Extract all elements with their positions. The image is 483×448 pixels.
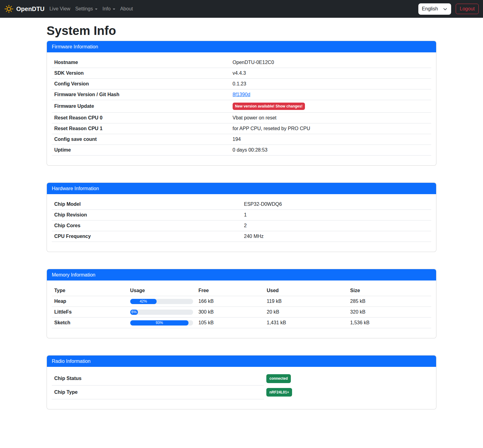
row-value: 105 kB — [196, 318, 264, 328]
progress-bar-fill: 42% — [130, 299, 157, 304]
usage-cell: 42% — [128, 296, 196, 307]
nav-item-label: Live View — [49, 6, 70, 12]
row-label: Firmware Update — [52, 100, 230, 113]
row-value: ESP32-D0WDQ6 — [242, 199, 431, 210]
row-value: 166 kB — [196, 296, 264, 307]
row-label: LittleFs — [52, 307, 128, 318]
firmware-update-badge[interactable]: New version available! Show changes! — [233, 103, 305, 110]
row-value: 1,536 kB — [348, 318, 431, 328]
row-value: 300 kB — [196, 307, 264, 318]
table-row: Firmware Update New version available! S… — [52, 100, 431, 113]
table-row: Chip Cores 2 — [52, 220, 431, 231]
table-row: Chip Model ESP32-D0WDQ6 — [52, 199, 431, 210]
nav-item-settings[interactable]: Settings — [73, 4, 100, 14]
chevron-down-icon — [443, 7, 447, 11]
main-content: System Info Firmware Information Hostnam… — [43, 24, 440, 409]
language-select[interactable]: English — [418, 3, 451, 15]
row-value: 1 — [242, 210, 431, 220]
hardware-table: Chip Model ESP32-D0WDQ6 Chip Revision 1 … — [52, 199, 431, 242]
page-title: System Info — [47, 24, 436, 38]
row-value: 1,431 kB — [264, 318, 348, 328]
row-value: 320 kB — [348, 307, 431, 318]
row-label: Firmware Version / Git Hash — [52, 89, 230, 100]
nav-item-info[interactable]: Info — [100, 4, 118, 14]
table-row: Reset Reason CPU 1 for APP CPU, reseted … — [52, 123, 431, 134]
row-value: nRF24L01+ — [264, 386, 295, 399]
table-row: Config Version 0.1.23 — [52, 79, 431, 89]
row-value: 0.1.23 — [230, 79, 431, 89]
usage-cell: 93% — [128, 318, 196, 328]
table-row: Firmware Version / Git Hash 8f1390d — [52, 89, 431, 100]
row-label: Reset Reason CPU 0 — [52, 113, 230, 123]
row-label: Chip Revision — [52, 210, 242, 220]
table-header-row: Type Usage Free Used Size — [52, 285, 431, 296]
littlefs-usage-progress: 6% — [130, 310, 193, 315]
navbar: OpenDTU Live View Settings Info About En… — [0, 0, 483, 18]
chip-status-badge: connected — [266, 374, 291, 383]
sun-logo-icon — [4, 4, 13, 13]
brand-link[interactable]: OpenDTU — [4, 4, 44, 13]
nav-item-label: Settings — [75, 6, 93, 12]
row-value: 285 kB — [348, 296, 431, 307]
radio-card: Radio Information Chip Status connected … — [47, 355, 436, 409]
logout-button[interactable]: Logout — [456, 4, 479, 14]
memory-table: Type Usage Free Used Size Heap 42% — [52, 285, 431, 328]
chip-type-badge: nRF24L01+ — [266, 388, 292, 397]
table-row: Chip Type nRF24L01+ — [52, 386, 295, 399]
row-label: Heap — [52, 296, 128, 307]
row-value: 119 kB — [264, 296, 348, 307]
table-row: Chip Revision 1 — [52, 210, 431, 220]
table-row: Reset Reason CPU 0 Vbat power on reset — [52, 113, 431, 123]
nav-links: Live View Settings Info About — [47, 4, 135, 14]
memory-card: Memory Information Type Usage Free Used … — [47, 269, 436, 338]
row-label: SDK Version — [52, 68, 230, 79]
row-label: Config save count — [52, 134, 230, 145]
row-label: Chip Model — [52, 199, 242, 210]
firmware-card: Firmware Information Hostname OpenDTU-0E… — [47, 41, 436, 166]
row-label: Reset Reason CPU 1 — [52, 123, 230, 134]
row-label: Chip Status — [52, 372, 264, 385]
chevron-down-icon — [95, 9, 97, 10]
row-value: Vbat power on reset — [230, 113, 431, 123]
sketch-usage-progress: 93% — [130, 320, 193, 326]
row-value: 20 kB — [264, 307, 348, 318]
table-row: Sketch 93% 105 kB 1,431 kB 1,536 kB — [52, 318, 431, 328]
row-value: connected — [264, 372, 295, 385]
row-value: 240 MHz — [242, 231, 431, 242]
table-row: CPU Frequency 240 MHz — [52, 231, 431, 242]
navbar-right: English Logout — [418, 3, 479, 15]
git-hash-link[interactable]: 8f1390d — [233, 92, 250, 97]
table-row: Uptime 0 days 00:28:53 — [52, 145, 431, 156]
radio-card-header: Radio Information — [47, 356, 436, 367]
heap-usage-progress: 42% — [130, 299, 193, 304]
column-header-size: Size — [348, 285, 431, 296]
language-selected-value: English — [422, 6, 438, 12]
column-header-free: Free — [196, 285, 264, 296]
firmware-table: Hostname OpenDTU-0E12C0 SDK Version v4.4… — [52, 57, 431, 156]
nav-item-about[interactable]: About — [118, 4, 135, 14]
row-label: Chip Cores — [52, 220, 242, 231]
row-label: Config Version — [52, 79, 230, 89]
progress-bar-fill: 6% — [130, 310, 138, 315]
hardware-card: Hardware Information Chip Model ESP32-D0… — [47, 183, 436, 252]
row-label: CPU Frequency — [52, 231, 242, 242]
hardware-card-header: Hardware Information — [47, 183, 436, 194]
row-value: 0 days 00:28:53 — [230, 145, 431, 156]
table-row: Config save count 194 — [52, 134, 431, 145]
progress-bar-fill: 93% — [130, 320, 189, 326]
row-value: for APP CPU, reseted by PRO CPU — [230, 123, 431, 134]
row-value: 2 — [242, 220, 431, 231]
row-label: Hostname — [52, 57, 230, 68]
radio-table: Chip Status connected Chip Type nRF24L01… — [52, 372, 295, 399]
nav-item-label: About — [120, 6, 133, 12]
table-row: Heap 42% 166 kB 119 kB 285 kB — [52, 296, 431, 307]
row-value: v4.4.3 — [230, 68, 431, 79]
nav-item-live-view[interactable]: Live View — [47, 4, 73, 14]
row-label: Uptime — [52, 145, 230, 156]
column-header-used: Used — [264, 285, 348, 296]
chevron-down-icon — [113, 9, 115, 10]
firmware-card-header: Firmware Information — [47, 41, 436, 52]
memory-card-header: Memory Information — [47, 269, 436, 280]
usage-cell: 6% — [128, 307, 196, 318]
table-row: Hostname OpenDTU-0E12C0 — [52, 57, 431, 68]
